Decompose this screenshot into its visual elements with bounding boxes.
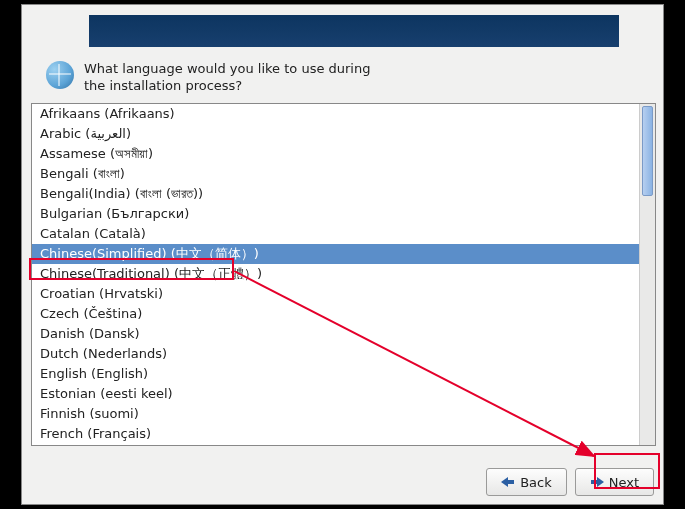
installer-window: What language would you like to use duri… — [21, 4, 664, 505]
arrow-left-icon — [501, 476, 515, 488]
header-banner — [89, 15, 619, 47]
language-item[interactable]: Chinese(Traditional) (中文（正體）) — [32, 264, 639, 284]
globe-icon — [46, 61, 74, 89]
language-item[interactable]: Assamese (অসমীয়া) — [32, 144, 639, 164]
language-item[interactable]: Chinese(Simplified) (中文（简体）) — [32, 244, 639, 264]
back-button-label: Back — [520, 475, 552, 490]
scrollbar[interactable] — [639, 104, 655, 445]
language-item[interactable]: Estonian (eesti keel) — [32, 384, 639, 404]
language-item[interactable]: Czech (Čeština) — [32, 304, 639, 324]
next-button[interactable]: Next — [575, 468, 654, 496]
next-button-label: Next — [609, 475, 639, 490]
language-item[interactable]: French (Français) — [32, 424, 639, 444]
prompt-row: What language would you like to use duri… — [46, 61, 384, 95]
language-item[interactable]: Afrikaans (Afrikaans) — [32, 104, 639, 124]
language-item[interactable]: Danish (Dansk) — [32, 324, 639, 344]
language-list-inner: Afrikaans (Afrikaans)Arabic (العربية)Ass… — [32, 104, 639, 445]
language-item[interactable]: Croatian (Hrvatski) — [32, 284, 639, 304]
language-item[interactable]: Arabic (العربية) — [32, 124, 639, 144]
language-item[interactable]: Dutch (Nederlands) — [32, 344, 639, 364]
arrow-right-icon — [590, 476, 604, 488]
language-item[interactable]: Finnish (suomi) — [32, 404, 639, 424]
language-item[interactable]: English (English) — [32, 364, 639, 384]
language-item[interactable]: Catalan (Català) — [32, 224, 639, 244]
language-listbox[interactable]: Afrikaans (Afrikaans)Arabic (العربية)Ass… — [31, 103, 656, 446]
language-item[interactable]: Bengali (বাংলা) — [32, 164, 639, 184]
language-item[interactable]: Bulgarian (Български) — [32, 204, 639, 224]
language-item[interactable]: Bengali(India) (বাংলা (ভারত)) — [32, 184, 639, 204]
prompt-text: What language would you like to use duri… — [84, 61, 384, 95]
footer-buttons: Back Next — [486, 468, 654, 496]
scroll-thumb[interactable] — [642, 106, 653, 196]
back-button[interactable]: Back — [486, 468, 567, 496]
